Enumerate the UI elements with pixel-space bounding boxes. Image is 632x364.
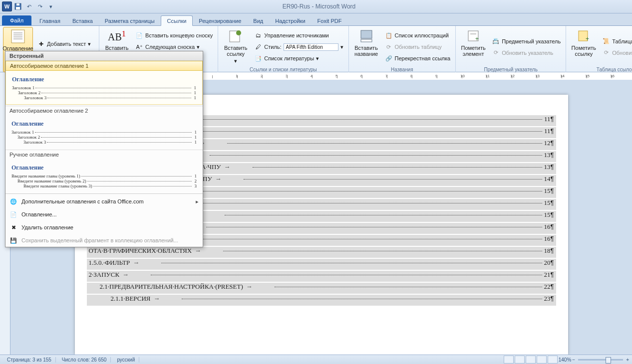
insert-endnote-button[interactable]: 📄Вставить концевую сноску	[133, 30, 215, 41]
word-icon: W	[2, 1, 12, 11]
manage-sources-icon: 🗂	[254, 31, 262, 39]
qat-dropdown-icon[interactable]: ▾	[46, 1, 56, 11]
save-icon[interactable]	[13, 1, 23, 11]
svg-text:+: +	[586, 35, 589, 42]
toc-icon	[10, 28, 26, 44]
status-bar: Страница: 3 из 155 Число слов: 26 650 ру…	[0, 355, 632, 364]
view-print-layout-button[interactable]	[504, 356, 514, 364]
status-language[interactable]: русский	[113, 357, 139, 363]
tab-references[interactable]: Ссылки	[161, 15, 193, 26]
mark-entry-button[interactable]: + Пометить элемент	[459, 27, 488, 67]
window-title: ER90-Rus - Microsoft Word	[56, 3, 582, 10]
office-icon: 🌐	[9, 197, 17, 205]
svg-rect-1	[16, 7, 20, 9]
undo-icon[interactable]: ↶	[24, 1, 34, 11]
group-captions: Вставить название 📋Список иллюстраций ⟳О…	[349, 26, 456, 73]
tab-view[interactable]: Вид	[247, 16, 269, 25]
tab-home[interactable]: Главная	[33, 16, 66, 25]
toc-row[interactable]: 1.5.0.·ФИЛЬТР→20¶	[87, 259, 556, 270]
next-footnote-icon: A⁺	[135, 43, 143, 51]
toc-row[interactable]: 2.1.1·ВЕРСИЯ→23¶	[87, 295, 556, 306]
gallery-more-online[interactable]: 🌐Дополнительные оглавления с сайта Offic…	[5, 195, 203, 208]
gallery-preview-auto1[interactable]: Оглавление Заголовок 11 Заголовок 21 Заг…	[5, 71, 203, 105]
zoom-out-button[interactable]: −	[572, 357, 575, 363]
tab-file[interactable]: Файл	[2, 15, 31, 25]
gallery-custom-toc[interactable]: 📄Оглавление...	[5, 208, 203, 221]
mark-citation-icon: +	[576, 28, 592, 44]
remove-icon: ✖	[9, 223, 17, 231]
toc-row[interactable]: ОТА·В·ГРАФИЧЕСКИХ·ОБЛАСТЯХ→18¶	[87, 247, 556, 258]
table-of-figures-button[interactable]: 📋Список иллюстраций	[383, 30, 453, 41]
insert-caption-button[interactable]: Вставить название	[352, 27, 381, 67]
tab-layout[interactable]: Разметка страницы	[99, 16, 161, 25]
cross-reference-button[interactable]: 🔗Перекрестная ссылка	[383, 53, 453, 64]
tab-insert[interactable]: Вставка	[66, 16, 99, 25]
toc-row[interactable]: 2.1·ПРЕДВАРИТЕЛЬНАЯ·НАСТРОЙКА·(PRESET)→2…	[87, 283, 556, 294]
status-words[interactable]: Число слов: 26 650	[58, 357, 111, 363]
figures-icon: 📋	[385, 31, 393, 39]
add-text-button[interactable]: ✚Добавить текст ▾	[35, 38, 96, 49]
authorities-icon: 📜	[602, 37, 610, 45]
zoom-slider[interactable]	[578, 359, 623, 361]
index-icon: 📇	[492, 37, 500, 45]
bibliography-icon: 📑	[254, 54, 262, 62]
gallery-item-auto1[interactable]: Автособираемое оглавление 1	[5, 61, 203, 71]
chevron-right-icon: ▸	[196, 198, 199, 205]
tab-addins[interactable]: Надстройки	[269, 16, 311, 25]
ribbon: Оглавление ▾ ✚Добавить текст ▾ ⟳Обновить…	[0, 26, 632, 72]
svg-text:+: +	[475, 35, 479, 42]
update-index-button[interactable]: ⟳Обновить указатель	[490, 47, 563, 58]
gallery-preview-manual[interactable]: Оглавление Введите название главы (урове…	[5, 159, 203, 192]
update-figures-button[interactable]: ⟳Обновить таблицу	[383, 41, 453, 52]
status-page[interactable]: Страница: 3 из 155	[3, 357, 56, 363]
tab-foxit[interactable]: Foxit PDF	[312, 16, 348, 25]
toc-gallery-dropdown: Встроенный Автособираемое оглавление 1 О…	[5, 51, 203, 247]
insert-index-button[interactable]: 📇Предметный указатель	[490, 36, 563, 47]
zoom-in-button[interactable]: +	[626, 357, 629, 363]
view-outline-button[interactable]	[537, 356, 547, 364]
update-authorities-button[interactable]: ⟳Обновить таблицу	[600, 47, 632, 58]
gallery-item-manual[interactable]: Ручное оглавление	[5, 150, 203, 159]
gallery-preview-auto2[interactable]: Оглавление Заголовок 11 Заголовок 21 Заг…	[5, 115, 203, 149]
title-bar: W ↶ ↷ ▾ ER90-Rus - Microsoft Word	[0, 0, 632, 13]
ribbon-tabs: Файл Главная Вставка Разметка страницы С…	[0, 13, 632, 26]
view-fullscreen-button[interactable]	[515, 356, 525, 364]
caption-icon	[358, 28, 374, 44]
crossref-icon: 🔗	[385, 54, 393, 62]
update-icon: ⟳	[492, 49, 500, 57]
view-draft-button[interactable]	[548, 356, 558, 364]
svg-rect-3	[11, 30, 24, 43]
mark-entry-icon: +	[465, 28, 481, 44]
toc-row[interactable]: 2·ЗАПУСК→21¶	[87, 271, 556, 282]
update-icon: ⟳	[602, 49, 610, 57]
mark-citation-button[interactable]: + Пометить ссылку	[569, 27, 598, 67]
add-text-icon: ✚	[37, 40, 45, 48]
gallery-header-builtin: Встроенный	[5, 51, 203, 61]
bibliography-button[interactable]: 📑Список литературы ▾	[252, 53, 345, 64]
insert-authorities-button[interactable]: 📜Таблица ссылок	[600, 36, 632, 47]
insert-citation-button[interactable]: Вставить ссылку▾	[221, 27, 250, 67]
group-authorities: + Пометить ссылку 📜Таблица ссылок ⟳Обнов…	[566, 26, 632, 73]
manage-sources-button[interactable]: 🗂Управление источниками	[252, 30, 345, 41]
zoom-value[interactable]: 140%	[559, 357, 572, 363]
citation-style[interactable]: 🖊Стиль:APA Fifth Edition▾	[252, 41, 345, 52]
view-web-button[interactable]	[526, 356, 536, 364]
gallery-save-selection: 💾Сохранить выделенный фрагмент в коллекц…	[5, 234, 203, 247]
tab-review[interactable]: Рецензирование	[193, 16, 247, 25]
svg-rect-10	[361, 30, 372, 38]
svg-rect-11	[361, 39, 372, 42]
svg-point-9	[236, 30, 241, 35]
quick-access-toolbar: W ↶ ↷ ▾	[0, 1, 56, 11]
svg-rect-2	[16, 3, 19, 5]
save-selection-icon: 💾	[9, 236, 17, 244]
endnote-icon: 📄	[135, 31, 143, 39]
gallery-item-auto2[interactable]: Автособираемое оглавление 2	[5, 106, 203, 115]
gallery-remove-toc[interactable]: ✖Удалить оглавление	[5, 221, 203, 234]
citation-icon	[228, 28, 244, 44]
footnote-icon: AB1	[109, 28, 125, 44]
group-citations: Вставить ссылку▾ 🗂Управление источниками…	[218, 26, 348, 73]
group-index: + Пометить элемент 📇Предметный указатель…	[456, 26, 566, 73]
toc-small-icon: 📄	[9, 210, 17, 218]
style-icon: 🖊	[254, 43, 262, 51]
redo-icon[interactable]: ↷	[35, 1, 45, 11]
